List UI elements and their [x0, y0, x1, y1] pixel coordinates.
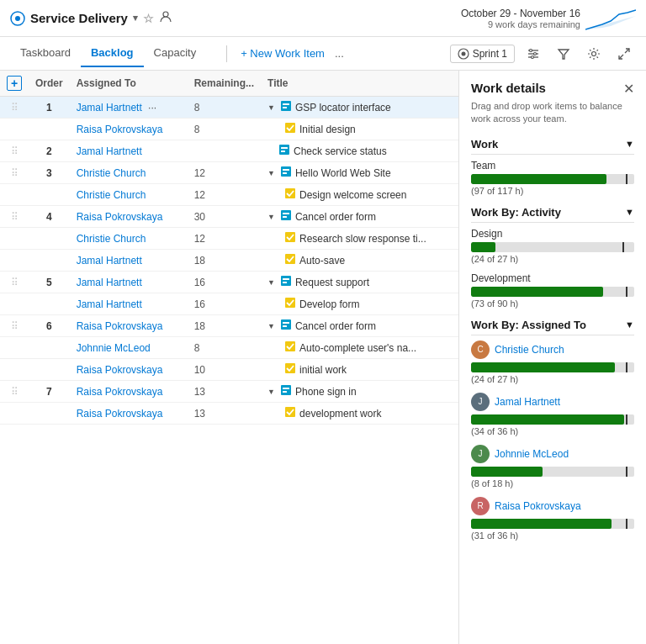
table-row[interactable]: ⠿ 1 Jamal Hartnett ··· 8 ▼ GSP locator i…	[0, 97, 458, 119]
new-work-item-button[interactable]: + New Work Item	[234, 44, 331, 63]
more-options-button[interactable]: ...	[331, 47, 347, 60]
assigned-user-link[interactable]: Johnnie McLeod	[77, 342, 151, 354]
row-reorder-handle[interactable]: ⠿	[11, 211, 19, 223]
item-title[interactable]: Request support	[295, 277, 369, 288]
item-title[interactable]: Develop form	[299, 298, 359, 310]
assigned-user-link[interactable]: Raisa Pokrovskaya	[77, 408, 163, 420]
sprint-selector[interactable]: Sprint 1	[450, 45, 515, 63]
expand-chevron[interactable]: ▼	[267, 169, 275, 177]
main-content: + Order Assigned To Remaining... Title ⠿…	[0, 71, 646, 644]
item-title[interactable]: Auto-save	[299, 255, 345, 267]
item-title[interactable]: Auto-complete user's na...	[299, 342, 416, 354]
table-row[interactable]: Raisa Pokrovskaya 10 initial work	[0, 359, 458, 381]
table-row[interactable]: ⠿ 2 Jamal Hartnett ▶ Check service statu…	[0, 140, 458, 162]
assigned-user-link[interactable]: Raisa Pokrovskaya	[77, 386, 163, 398]
person-name[interactable]: Raisa Pokrovskaya	[495, 500, 581, 512]
assigned-user-link[interactable]: Christie Church	[77, 167, 146, 179]
table-row[interactable]: Raisa Pokrovskaya 8 Initial design	[0, 119, 458, 140]
svg-point-4	[461, 51, 465, 55]
svg-point-8	[530, 49, 532, 51]
item-title[interactable]: initial work	[299, 364, 347, 376]
table-row[interactable]: Christie Church 12 Research slow respons…	[0, 228, 458, 250]
expand-button[interactable]	[612, 42, 636, 66]
assigned-user-link[interactable]: Jamal Hartnett	[77, 277, 142, 288]
table-row[interactable]: ⠿ 6 Raisa Pokrovskaya 18 ▼ Cancel order …	[0, 315, 458, 337]
project-name: Service Delivery	[30, 11, 128, 25]
expand-chevron[interactable]: ▼	[267, 103, 275, 112]
row-order-num	[29, 119, 70, 140]
assigned-user-link[interactable]: Jamal Hartnett	[77, 102, 142, 113]
row-reorder-handle[interactable]: ⠿	[11, 386, 19, 398]
row-reorder-handle[interactable]: ⠿	[11, 145, 19, 157]
expand-chevron[interactable]: ▼	[267, 388, 275, 396]
row-add-col	[0, 359, 29, 381]
person-row: C Christie Church	[471, 340, 634, 359]
person-progress-fill	[471, 362, 615, 372]
table-row[interactable]: Christie Church 12 Design welcome screen	[0, 184, 458, 206]
project-person[interactable]	[159, 10, 172, 26]
item-title[interactable]: Phone sign in	[295, 386, 357, 398]
col-header-assigned[interactable]: Assigned To	[70, 71, 188, 97]
assigned-user-link[interactable]: Jamal Hartnett	[77, 298, 142, 310]
item-title[interactable]: Hello World Web Site	[295, 167, 391, 179]
table-row[interactable]: ⠿ 4 Raisa Pokrovskaya 30 ▼ Cancel order …	[0, 206, 458, 228]
filter-button[interactable]	[552, 42, 575, 66]
item-type-icon	[280, 100, 292, 114]
person-progress-marker	[626, 519, 627, 529]
assigned-user-link[interactable]: Jamal Hartnett	[77, 145, 142, 157]
person-name[interactable]: Johnnie McLeod	[495, 448, 569, 460]
row-reorder-handle[interactable]: ⠿	[11, 320, 19, 332]
tab-capacity[interactable]: Capacity	[144, 40, 207, 67]
expand-chevron[interactable]: ▼	[267, 278, 275, 287]
row-reorder-handle[interactable]: ⠿	[11, 102, 19, 113]
project-star[interactable]: ☆	[143, 12, 154, 25]
item-title[interactable]: GSP locator interface	[295, 102, 391, 113]
development-progress-marker	[626, 287, 627, 297]
work-by-assigned-chevron[interactable]: ▼	[625, 319, 634, 330]
gear-button[interactable]	[582, 42, 606, 66]
work-by-activity-chevron[interactable]: ▼	[625, 207, 634, 217]
item-type-icon	[284, 362, 296, 377]
project-chevron[interactable]: ▾	[133, 13, 138, 24]
settings-panel-button[interactable]	[522, 42, 545, 66]
table-row[interactable]: ⠿ 3 Christie Church 12 ▼ Hello World Web…	[0, 162, 458, 184]
row-reorder-handle[interactable]: ⠿	[11, 167, 19, 179]
person-name[interactable]: Jamal Hartnett	[495, 396, 560, 408]
svg-marker-11	[559, 50, 569, 59]
add-item-button[interactable]: +	[7, 76, 22, 91]
item-title[interactable]: Cancel order form	[295, 320, 376, 332]
work-team-progress-bg	[471, 174, 634, 184]
assigned-user-link[interactable]: Christie Church	[77, 189, 146, 201]
item-title[interactable]: Cancel order form	[295, 211, 376, 223]
item-title[interactable]: development work	[299, 408, 381, 420]
table-row[interactable]: Jamal Hartnett 16 Develop form	[0, 293, 458, 315]
item-ellipsis-button[interactable]: ···	[145, 102, 160, 113]
col-header-remaining[interactable]: Remaining...	[188, 71, 261, 97]
item-title[interactable]: Research slow response ti...	[299, 233, 426, 245]
work-details-close-button[interactable]: ✕	[623, 81, 634, 97]
table-row[interactable]: Jamal Hartnett 18 Auto-save	[0, 250, 458, 272]
work-section-chevron[interactable]: ▼	[625, 139, 634, 149]
row-reorder-handle[interactable]: ⠿	[11, 277, 19, 288]
assigned-user-link[interactable]: Raisa Pokrovskaya	[77, 320, 163, 332]
assigned-user-link[interactable]: Jamal Hartnett	[77, 255, 142, 267]
assigned-user-link[interactable]: Christie Church	[77, 233, 146, 245]
item-title[interactable]: Design welcome screen	[299, 189, 406, 201]
row-order-num	[29, 228, 70, 250]
row-remaining: 8	[188, 97, 261, 119]
expand-chevron[interactable]: ▼	[267, 213, 275, 221]
tab-backlog[interactable]: Backlog	[81, 40, 144, 67]
row-assigned: Jamal Hartnett	[70, 293, 188, 315]
item-title[interactable]: Check service status	[294, 145, 387, 157]
table-row[interactable]: ⠿ 7 Raisa Pokrovskaya 13 ▼ Phone sign in	[0, 381, 458, 403]
tab-taskboard[interactable]: Taskboard	[10, 40, 81, 67]
table-row[interactable]: Raisa Pokrovskaya 13 development work	[0, 403, 458, 425]
assigned-user-link[interactable]: Raisa Pokrovskaya	[77, 124, 163, 135]
item-title[interactable]: Initial design	[299, 124, 356, 135]
assigned-user-link[interactable]: Raisa Pokrovskaya	[77, 211, 163, 223]
person-name[interactable]: Christie Church	[495, 344, 564, 356]
expand-chevron[interactable]: ▼	[267, 322, 275, 330]
table-row[interactable]: ⠿ 5 Jamal Hartnett 16 ▼ Request support	[0, 272, 458, 293]
table-row[interactable]: Johnnie McLeod 8 Auto-complete user's na…	[0, 337, 458, 359]
assigned-user-link[interactable]: Raisa Pokrovskaya	[77, 364, 163, 376]
